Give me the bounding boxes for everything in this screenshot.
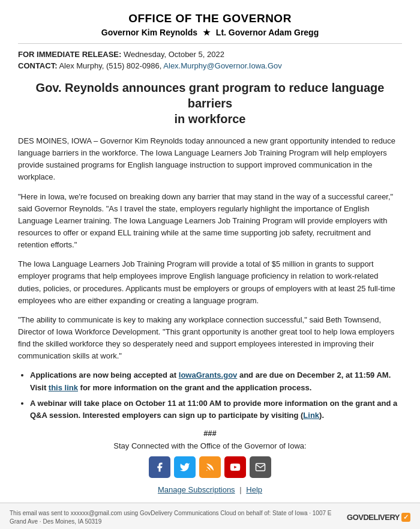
release-label: FOR IMMEDIATE RELEASE: (18, 50, 121, 59)
news-headline: Gov. Reynolds announces grant program to… (18, 80, 402, 127)
svg-point-0 (206, 470, 208, 471)
office-title: OFFICE OF THE GOVERNOR (18, 12, 402, 25)
contact-email-link[interactable]: Alex.Murphy@Governor.Iowa.Gov (163, 61, 281, 70)
rss-button[interactable] (199, 456, 221, 478)
paragraph-3: The Iowa Language Learners Job Training … (18, 258, 402, 307)
manage-subscriptions-link[interactable]: Manage Subscriptions (158, 485, 235, 494)
webinar-link[interactable]: Link (303, 411, 319, 420)
bullet1-text-after: for more information on the grant and th… (78, 383, 311, 392)
this-link[interactable]: this link (49, 383, 78, 392)
rss-icon (205, 462, 215, 473)
help-link[interactable]: Help (246, 485, 262, 494)
bullet2-text: A webinar will take place on October 11 … (30, 399, 397, 420)
footer-separator: | (239, 485, 241, 494)
release-date-line: FOR IMMEDIATE RELEASE: Wednesday, Octobe… (18, 50, 402, 59)
bottom-bar: This email was sent to xxxxxx@gmail.com … (0, 503, 420, 529)
bullet-list: Applications are now being accepted at I… (30, 369, 402, 422)
hash-section: ### (18, 429, 402, 438)
contact-name: Alex Murphy, (515) 802-0986, (59, 61, 161, 70)
headline-line1: Gov. Reynolds announces grant program to… (36, 81, 385, 110)
youtube-icon (230, 462, 241, 473)
govdelivery-checkmark: ✓ (401, 513, 410, 522)
paragraph-4: "The ability to communicate is key to ma… (18, 314, 402, 363)
social-icons-row (18, 456, 402, 478)
governor-names: Governor Kim Reynolds ★ Lt. Governor Ada… (18, 28, 402, 37)
facebook-button[interactable] (149, 456, 170, 478)
iowa-grants-link[interactable]: IowaGrants.gov (179, 370, 238, 379)
paragraph-2: "Here in Iowa, we're focused on breaking… (18, 191, 402, 252)
email-icon (255, 462, 266, 473)
bullet-item-2: A webinar will take place on October 11 … (30, 398, 402, 422)
header-section: OFFICE OF THE GOVERNOR Governor Kim Reyn… (18, 12, 402, 37)
star-separator: ★ (203, 28, 211, 37)
headline-line2: in workforce (175, 112, 246, 125)
stay-connected-text: Stay Connected with the Office of the Go… (18, 441, 402, 450)
header-divider (18, 43, 402, 44)
paragraph-1: DES MOINES, IOWA – Governor Kim Reynolds… (18, 135, 402, 184)
lt-governor-name: Lt. Governor Adam Gregg (216, 28, 319, 37)
governor-name: Governor Kim Reynolds (101, 28, 197, 37)
twitter-icon (179, 462, 190, 473)
contact-line: CONTACT: Alex Murphy, (515) 802-0986, Al… (18, 61, 402, 70)
govdelivery-text: GOVDELIVERY (347, 513, 400, 522)
facebook-icon (154, 462, 165, 473)
youtube-button[interactable] (224, 456, 246, 478)
footer-links-row: Manage Subscriptions | Help (18, 485, 402, 494)
bottom-bar-text: This email was sent to xxxxxx@gmail.com … (10, 509, 346, 526)
contact-label: CONTACT: (18, 61, 57, 70)
twitter-button[interactable] (174, 456, 196, 478)
bullet-item-1: Applications are now being accepted at I… (30, 369, 402, 393)
bullet1-text-before: Applications are now being accepted at (30, 370, 179, 379)
release-date: Wednesday, October 5, 2022 (124, 50, 224, 59)
email-button[interactable] (250, 456, 271, 478)
govdelivery-logo: GOVDELIVERY ✓ (347, 513, 410, 522)
bullet2-text-after: ). (319, 411, 324, 420)
